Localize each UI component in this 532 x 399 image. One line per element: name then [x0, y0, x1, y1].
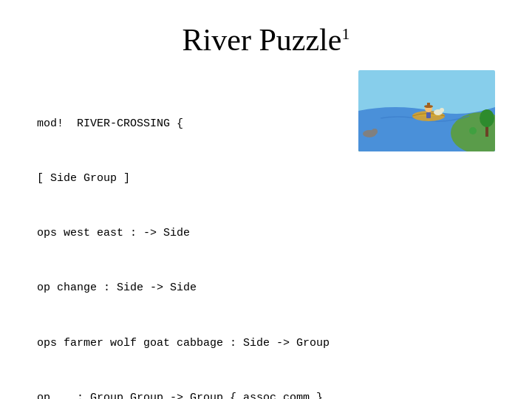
svg-rect-7: [427, 103, 430, 107]
page-title: River Puzzle1: [37, 22, 495, 58]
svg-point-9: [440, 108, 444, 112]
code-line-6: op __ : Group Group -> Group { assoc com…: [37, 389, 495, 399]
code-line-4: op change : Side -> Side: [37, 279, 495, 298]
title-superscript: 1: [341, 24, 349, 43]
page: River Puzzle1: [0, 0, 532, 399]
svg-point-11: [372, 129, 378, 134]
svg-rect-5: [426, 112, 431, 118]
code-line-2: [ Side Group ]: [37, 170, 495, 188]
title-text: River Puzzle: [183, 23, 342, 57]
code-line-5: ops farmer wolf goat cabbage : Side -> G…: [37, 335, 495, 353]
river-illustration: [358, 70, 495, 151]
svg-point-14: [480, 109, 494, 127]
svg-point-12: [469, 127, 477, 134]
code-line-3: ops west east : -> Side: [37, 225, 495, 243]
